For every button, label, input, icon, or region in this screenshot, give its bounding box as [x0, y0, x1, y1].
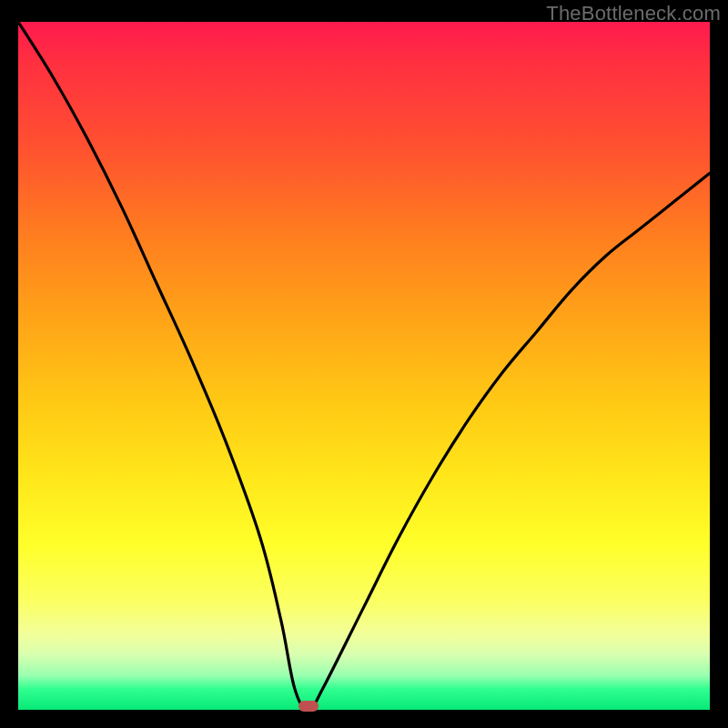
optimal-marker — [298, 701, 318, 712]
chart-frame: TheBottleneck.com — [0, 0, 728, 728]
bottleneck-curve — [18, 22, 710, 710]
plot-area — [18, 22, 710, 710]
